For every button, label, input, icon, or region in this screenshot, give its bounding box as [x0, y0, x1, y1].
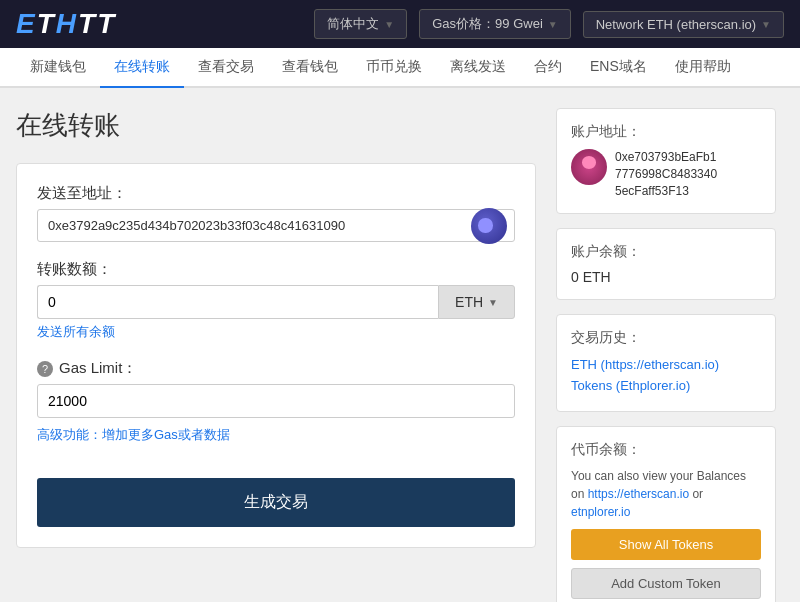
- gas-label-row: ? Gas Limit：: [37, 359, 515, 378]
- right-panel: 账户地址： 0xe703793bEaFb17776998C84833405ecF…: [556, 108, 776, 602]
- nav-item-help[interactable]: 使用帮助: [661, 48, 745, 88]
- ethplorer-history-link[interactable]: Tokens (Ethplorer.io): [571, 376, 761, 397]
- token-title: 代币余额：: [571, 441, 761, 459]
- network-label: Network ETH (etherscan.io): [596, 17, 756, 32]
- show-all-tokens-button[interactable]: Show All Tokens: [571, 529, 761, 560]
- nav-item-view-wallet[interactable]: 查看钱包: [268, 48, 352, 88]
- nav-item-offline-send[interactable]: 离线发送: [436, 48, 520, 88]
- amount-input[interactable]: 0: [37, 285, 438, 319]
- balance-card: 账户余额： 0 ETH: [556, 228, 776, 300]
- chevron-down-icon: ▼: [384, 19, 394, 30]
- token-card: 代币余额： You can also view your Balances on…: [556, 426, 776, 602]
- network-button[interactable]: Network ETH (etherscan.io) ▼: [583, 11, 784, 38]
- page-title: 在线转账: [16, 108, 536, 143]
- gas-price-label: Gas价格：99 Gwei: [432, 15, 543, 33]
- left-panel: 在线转账 发送至地址： 0xe3792a9c235d434b702023b33f…: [16, 108, 536, 602]
- nav-item-token-exchange[interactable]: 币币兑换: [352, 48, 436, 88]
- to-address-label: 发送至地址：: [37, 184, 515, 203]
- chevron-down-icon: ▼: [761, 19, 771, 30]
- to-address-input[interactable]: 0xe3792a9c235d434b702023b33f03c48c416310…: [37, 209, 515, 242]
- nav: 新建钱包 在线转账 查看交易 查看钱包 币币兑换 离线发送 合约 ENS域名 使…: [0, 48, 800, 88]
- account-avatar: [571, 149, 607, 185]
- balance-value: 0 ETH: [571, 269, 761, 285]
- transfer-form: 发送至地址： 0xe3792a9c235d434b702023b33f03c48…: [16, 163, 536, 548]
- chevron-down-icon: ▼: [488, 297, 498, 308]
- send-all-link[interactable]: 发送所有余额: [37, 323, 115, 341]
- language-button[interactable]: 简体中文 ▼: [314, 9, 407, 39]
- nav-item-view-tx[interactable]: 查看交易: [184, 48, 268, 88]
- advanced-link[interactable]: 高级功能：增加更多Gas或者数据: [37, 426, 230, 444]
- amount-group: 转账数额： 0 ETH ▼ 发送所有余额: [37, 260, 515, 341]
- token-desc: You can also view your Balances on https…: [571, 467, 761, 521]
- add-custom-token-button[interactable]: Add Custom Token: [571, 568, 761, 599]
- currency-label: ETH: [455, 294, 483, 310]
- help-icon[interactable]: ?: [37, 361, 53, 377]
- gas-price-button[interactable]: Gas价格：99 Gwei ▼: [419, 9, 570, 39]
- history-title: 交易历史：: [571, 329, 761, 347]
- header: ETHTT 简体中文 ▼ Gas价格：99 Gwei ▼ Network ETH…: [0, 0, 800, 48]
- logo: ETHTT: [16, 8, 116, 40]
- to-address-avatar: [471, 208, 507, 244]
- to-address-group: 发送至地址： 0xe3792a9c235d434b702023b33f03c48…: [37, 184, 515, 242]
- account-address-row: 0xe703793bEaFb17776998C84833405ecFaff53F…: [571, 149, 761, 199]
- nav-item-contract[interactable]: 合约: [520, 48, 576, 88]
- language-label: 简体中文: [327, 15, 379, 33]
- account-info-card: 账户地址： 0xe703793bEaFb17776998C84833405ecF…: [556, 108, 776, 214]
- nav-item-online-transfer[interactable]: 在线转账: [100, 48, 184, 88]
- gas-limit-label: Gas Limit：: [59, 359, 137, 378]
- page-content: 在线转账 发送至地址： 0xe3792a9c235d434b702023b33f…: [0, 88, 800, 602]
- gas-limit-group: ? Gas Limit： 21000 高级功能：增加更多Gas或者数据: [37, 359, 515, 444]
- balance-title: 账户余额：: [571, 243, 761, 261]
- gas-limit-input[interactable]: 21000: [37, 384, 515, 418]
- nav-item-new-wallet[interactable]: 新建钱包: [16, 48, 100, 88]
- history-card: 交易历史： ETH (https://etherscan.io) Tokens …: [556, 314, 776, 412]
- nav-item-ens[interactable]: ENS域名: [576, 48, 661, 88]
- account-address-title: 账户地址：: [571, 123, 761, 141]
- account-address-text: 0xe703793bEaFb17776998C84833405ecFaff53F…: [615, 149, 717, 199]
- amount-label: 转账数额：: [37, 260, 515, 279]
- currency-select-button[interactable]: ETH ▼: [438, 285, 515, 319]
- to-address-input-wrapper: 0xe3792a9c235d434b702023b33f03c48c416310…: [37, 209, 515, 242]
- chevron-down-icon: ▼: [548, 19, 558, 30]
- ethplorer-token-link[interactable]: etnplorer.io: [571, 505, 630, 519]
- generate-tx-button[interactable]: 生成交易: [37, 478, 515, 527]
- token-desc-text2: or: [689, 487, 703, 501]
- etherscan-history-link[interactable]: ETH (https://etherscan.io): [571, 355, 761, 376]
- etherscan-token-link[interactable]: https://etherscan.io: [588, 487, 689, 501]
- amount-row: 0 ETH ▼: [37, 285, 515, 319]
